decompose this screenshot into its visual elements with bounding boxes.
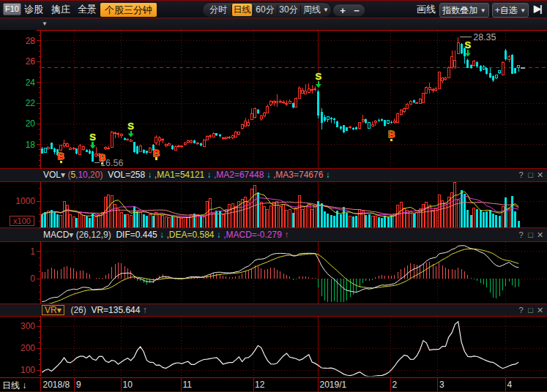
macd-indicator-label[interactable]: MACD▾ (26,12,9) DIF=0.445 ↓ ,DEA=0.584 ↓… bbox=[43, 230, 289, 240]
axis-tick-label: 1000 bbox=[1, 196, 35, 206]
date-label: 2 bbox=[392, 380, 398, 390]
axis-tick-label: 20 bbox=[1, 118, 35, 129]
vr-indicator-selector[interactable]: VR▾ bbox=[42, 305, 64, 315]
axis-tick-label: 100 bbox=[1, 365, 35, 375]
axis-tick-label: 28 bbox=[1, 36, 35, 46]
sell-signal-marker: S bbox=[315, 71, 321, 88]
vr-line bbox=[42, 322, 518, 377]
chart-canvas[interactable]: BSBSBSBS28.3516.56 bbox=[0, 0, 547, 392]
axis-tick-label: 0 bbox=[1, 274, 35, 284]
buy-signal-marker: B bbox=[153, 148, 160, 160]
close-icon[interactable]: ✕ bbox=[535, 228, 545, 241]
svg-text:S: S bbox=[315, 71, 321, 82]
date-label: 2018/8 bbox=[43, 380, 70, 390]
vr-pane-header: VR▾ (26) VR=135.644 ↑ ?□✕ bbox=[0, 304, 547, 316]
svg-text:S: S bbox=[464, 39, 471, 50]
axis-tick-label: 18 bbox=[1, 140, 35, 150]
volume-pane-header: VOL▾ (5,10,20) VOL=258 ↓ ,MA1=54121 ↓ ,M… bbox=[0, 169, 547, 181]
date-label: 11 bbox=[183, 380, 192, 390]
buy-signal-marker: B bbox=[388, 129, 395, 141]
date-label: 12 bbox=[255, 380, 264, 390]
high-price-annotation: 28.35 bbox=[473, 32, 496, 42]
period-indicator[interactable]: 日线 ↓ bbox=[2, 380, 26, 392]
close-icon[interactable]: ✕ bbox=[535, 304, 545, 316]
svg-text:B: B bbox=[58, 151, 64, 162]
svg-text:S: S bbox=[89, 132, 96, 143]
axis-tick-label: 300 bbox=[1, 321, 35, 331]
help-icon[interactable]: ? bbox=[516, 169, 526, 181]
volume-indicator-label[interactable]: VOL▾ (5,10,20) VOL=258 ↓ ,MA1=54121 ↓ ,M… bbox=[43, 170, 330, 180]
date-label: 4 bbox=[507, 380, 513, 390]
date-label: 3 bbox=[439, 380, 444, 390]
volume-pane-icons: ?□✕ bbox=[516, 169, 545, 181]
axis-tick-label: 22 bbox=[1, 98, 35, 108]
close-icon[interactable]: ✕ bbox=[535, 169, 545, 181]
macd-pane-icons: ?□✕ bbox=[516, 228, 545, 241]
help-icon[interactable]: ? bbox=[516, 228, 526, 241]
candlestick-layer bbox=[41, 37, 520, 162]
axis-tick-label: 24 bbox=[1, 78, 35, 88]
maximize-icon[interactable]: □ bbox=[526, 304, 535, 316]
volume-unit-label: x100 bbox=[10, 216, 34, 226]
macd-pane-header: MACD▾ (26,12,9) DIF=0.445 ↓ ,DEA=0.584 ↓… bbox=[0, 228, 547, 241]
low-price-annotation: 16.56 bbox=[100, 158, 123, 168]
axis-tick-label: 200 bbox=[1, 343, 35, 353]
help-icon[interactable]: ? bbox=[516, 304, 526, 316]
macd-histogram-layer bbox=[42, 262, 518, 302]
buy-signal-marker: B bbox=[58, 151, 64, 163]
date-axis: 日线 ↓ 2018/891011122019/1234 bbox=[0, 378, 547, 391]
trading-app-window: F10 诊股 擒庄 全景 个股三分钟 分时 日线 60分 30分 周线 ▼ + … bbox=[0, 0, 547, 392]
maximize-icon[interactable]: □ bbox=[526, 228, 535, 241]
date-label: 2019/1 bbox=[320, 380, 347, 390]
maximize-icon[interactable]: □ bbox=[526, 169, 535, 181]
svg-text:B: B bbox=[388, 129, 395, 140]
svg-text:B: B bbox=[153, 148, 160, 159]
vr-pane-icons: ?□✕ bbox=[516, 304, 545, 316]
sell-signal-marker: S bbox=[89, 132, 96, 148]
date-label: 9 bbox=[76, 380, 81, 390]
vr-indicator-label: (26) VR=135.644 ↑ bbox=[68, 305, 147, 315]
axis-tick-label: 26 bbox=[1, 56, 35, 67]
svg-text:S: S bbox=[127, 121, 134, 132]
date-label: 10 bbox=[123, 380, 133, 390]
axis-tick-label: 1 bbox=[1, 246, 35, 257]
sell-signal-marker: S bbox=[127, 121, 134, 137]
